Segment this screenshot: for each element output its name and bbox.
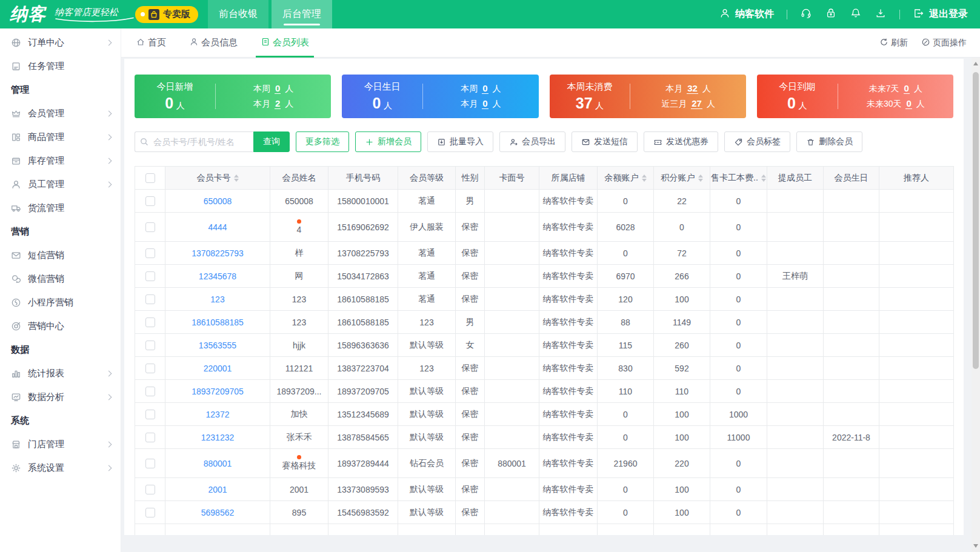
member-card-link[interactable]: 880001 xyxy=(204,459,232,468)
sidebar-item-task-management[interactable]: 任务管理 xyxy=(0,55,121,78)
member-card-link[interactable]: 650008 xyxy=(204,196,232,206)
member-card-link[interactable]: 123 xyxy=(210,294,224,304)
stat-card-today-expire: 今日到期0 人未来7天0人未来30天0人 xyxy=(757,75,953,118)
batch-import-button[interactable]: 批量导入 xyxy=(427,131,493,152)
sidebar-item-statistics-report[interactable]: 统计报表 xyxy=(0,362,121,385)
sort-arrows-icon[interactable] xyxy=(642,175,647,182)
vertical-scrollbar[interactable] xyxy=(972,58,980,552)
sidebar-item-product-management[interactable]: 商品管理 xyxy=(0,125,121,149)
data-analysis-icon xyxy=(11,392,22,403)
cell-phone: 15456983592 xyxy=(337,508,389,517)
member-card-link[interactable]: 13563555 xyxy=(199,341,236,350)
row-checkbox[interactable] xyxy=(145,410,155,419)
column-label: 所属店铺 xyxy=(552,173,585,182)
member-export-button[interactable]: 会员导出 xyxy=(499,131,565,152)
row-checkbox[interactable] xyxy=(145,459,155,468)
cell-balance: 0 xyxy=(623,485,628,494)
member-card-link[interactable]: 2001 xyxy=(208,485,227,494)
member-tag-button[interactable]: 会员标签 xyxy=(724,131,790,152)
send-coupon-button[interactable]: 发送优惠券 xyxy=(644,131,718,152)
cell-gender: 保密 xyxy=(462,484,479,494)
member-card-link[interactable]: 220001 xyxy=(204,364,232,373)
stat-subline: 未来30天0人 xyxy=(867,99,925,110)
member-card-link[interactable]: 13708225793 xyxy=(192,248,244,258)
sidebar-item-logistics-management[interactable]: 货流管理 xyxy=(0,196,121,220)
add-member-button[interactable]: 新增会员 xyxy=(355,131,421,152)
cell-balance: 830 xyxy=(618,364,632,373)
nav-tab-back-office[interactable]: 后台管理 xyxy=(272,0,332,28)
tab-home[interactable]: 首页 xyxy=(136,28,166,58)
table-row: 2001200113373089593默认等级保密纳客软件专卖01000 xyxy=(135,478,954,501)
sidebar-item-wechat-marketing[interactable]: 微信营销 xyxy=(0,267,121,291)
cell-points: 100 xyxy=(675,294,688,304)
tab-member-info[interactable]: 会员信息 xyxy=(189,28,238,58)
sidebar-item-staff-management[interactable]: 员工管理 xyxy=(0,173,121,196)
search-button[interactable]: 查询 xyxy=(253,131,290,152)
member-card-link[interactable]: 12372 xyxy=(206,410,230,419)
delete-member-button[interactable]: 删除会员 xyxy=(796,131,862,152)
header-right-cluster: 纳客软件 退出登录 xyxy=(719,7,968,22)
list-document-icon xyxy=(261,37,270,48)
sidebar-item-marketing-center[interactable]: 营销中心 xyxy=(0,314,121,338)
tab-member-list[interactable]: 会员列表 xyxy=(261,28,309,58)
row-checkbox[interactable] xyxy=(145,196,155,206)
member-card-link[interactable]: 1231232 xyxy=(201,433,235,442)
row-checkbox[interactable] xyxy=(145,318,155,327)
row-checkbox[interactable] xyxy=(145,341,155,350)
scroll-down-arrow-icon[interactable] xyxy=(973,544,978,548)
member-card-link[interactable]: 18610588185 xyxy=(192,318,244,327)
cell-gender: 男 xyxy=(466,317,475,327)
row-checkbox[interactable] xyxy=(145,508,155,517)
sort-arrows-icon[interactable] xyxy=(698,175,703,182)
member-card-link[interactable]: 12345678 xyxy=(199,271,236,281)
cell-points: 100 xyxy=(675,508,688,517)
sidebar-item-member-management[interactable]: 会员管理 xyxy=(0,102,121,125)
logout-button[interactable]: 退出登录 xyxy=(913,7,968,22)
member-name: 样 xyxy=(270,248,328,259)
member-card-link[interactable]: 18937209705 xyxy=(192,387,244,396)
select-all-checkbox[interactable] xyxy=(145,173,155,183)
cell-phone: 15800010001 xyxy=(337,196,389,206)
lock-icon[interactable] xyxy=(825,7,837,22)
row-checkbox[interactable] xyxy=(145,248,155,258)
column-header-shop: 所属店铺 xyxy=(539,167,598,190)
member-card-link[interactable]: 4444 xyxy=(208,222,227,232)
sort-arrows-icon[interactable] xyxy=(761,175,766,182)
row-checkbox[interactable] xyxy=(145,271,155,281)
sidebar-item-inventory-management[interactable]: 库存管理 xyxy=(0,149,121,173)
sidebar-item-miniprogram-marketing[interactable]: 小程序营销 xyxy=(0,291,121,314)
nav-tab-front-desk[interactable]: 前台收银 xyxy=(208,0,268,28)
cell-card_face: 880001 xyxy=(498,459,526,468)
cell-level: 默认等级 xyxy=(410,507,444,517)
sidebar-item-data-analysis[interactable]: 数据分析 xyxy=(0,385,121,409)
sidebar-item-store-management[interactable]: 门店管理 xyxy=(0,433,121,456)
page-actions-button[interactable]: 页面操作 xyxy=(921,38,967,48)
send-sms-button[interactable]: 发送短信 xyxy=(572,131,638,152)
member-card-link[interactable]: 5698562 xyxy=(201,508,235,517)
refresh-button[interactable]: 刷新 xyxy=(879,38,908,48)
scrollbar-thumb[interactable] xyxy=(973,72,979,369)
row-checkbox[interactable] xyxy=(145,387,155,396)
sort-arrows-icon[interactable] xyxy=(234,175,239,182)
sidebar-item-sms-marketing[interactable]: 短信营销 xyxy=(0,244,121,267)
column-header-level: 会员等级 xyxy=(398,167,456,190)
stat-label: 今日新增 xyxy=(135,81,215,93)
more-filters-button[interactable]: 更多筛选 xyxy=(296,131,349,152)
row-checkbox[interactable] xyxy=(145,364,155,373)
support-headset-icon[interactable] xyxy=(800,7,812,22)
row-checkbox[interactable] xyxy=(145,222,155,232)
stat-label: 今日生日 xyxy=(342,81,422,93)
sidebar-item-system-settings[interactable]: 系统设置 xyxy=(0,456,121,480)
user-menu[interactable]: 纳客软件 xyxy=(719,7,774,22)
row-checkbox[interactable] xyxy=(145,485,155,494)
member-name: 2001 xyxy=(270,485,328,494)
search-input[interactable] xyxy=(135,131,253,152)
notification-bell-icon[interactable] xyxy=(850,7,862,22)
scroll-up-arrow-icon[interactable] xyxy=(973,62,978,65)
row-checkbox[interactable] xyxy=(145,294,155,304)
sidebar-section-system: 系统 xyxy=(0,409,121,433)
sidebar-item-order-center[interactable]: 订单中心 xyxy=(0,31,121,55)
column-header-name: 会员姓名 xyxy=(270,167,328,190)
download-icon[interactable] xyxy=(875,7,887,22)
row-checkbox[interactable] xyxy=(145,433,155,442)
